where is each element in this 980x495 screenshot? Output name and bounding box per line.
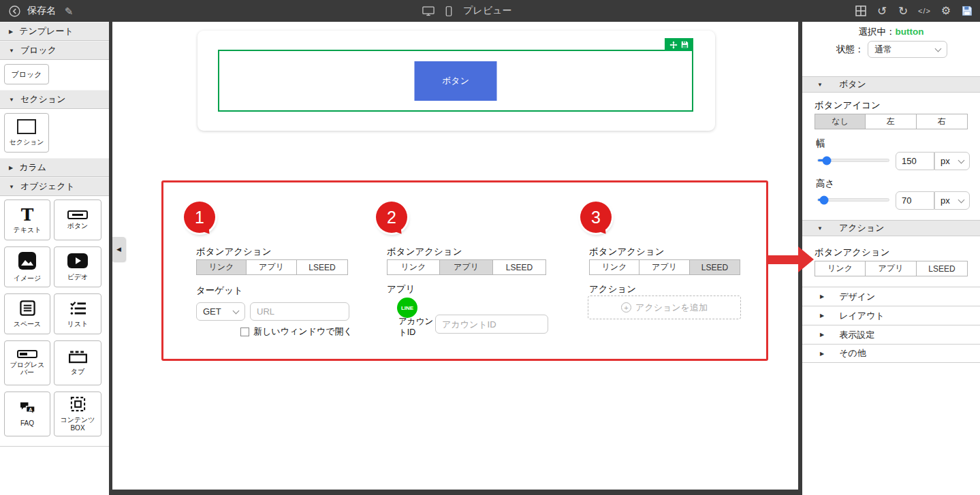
chevron-left-icon: ◀ xyxy=(116,246,121,253)
panel-section-design[interactable]: ▶ デザイン xyxy=(802,287,980,306)
chevron-right-icon: ▶ xyxy=(820,332,824,338)
state-label: 状態： xyxy=(836,44,864,56)
progress-bar-icon xyxy=(17,350,37,358)
option-right[interactable]: 右 xyxy=(917,114,968,129)
selection-outline[interactable]: ボタン xyxy=(218,50,693,112)
tab-app[interactable]: アプリ xyxy=(247,259,297,275)
text-icon: T xyxy=(21,206,34,223)
sidebar-collapse-handle[interactable]: ◀ xyxy=(112,237,125,261)
chevron-down-icon xyxy=(958,196,965,203)
edit-title-icon[interactable]: ✎ xyxy=(63,5,75,17)
url-input[interactable] xyxy=(250,302,349,321)
object-item-image[interactable]: イメージ xyxy=(4,246,50,287)
tab-lseed[interactable]: LSEED xyxy=(297,259,348,275)
sidebar-section-block[interactable]: ▼ ブロック xyxy=(0,41,109,60)
object-item-text[interactable]: T テキスト xyxy=(4,199,50,240)
height-label: 高さ xyxy=(816,178,834,190)
chevron-right-icon: ▶ xyxy=(820,351,824,357)
desktop-preview-icon[interactable] xyxy=(422,5,434,17)
panel-section-display[interactable]: ▶ 表示設定 xyxy=(802,325,980,344)
plus-circle-icon: + xyxy=(621,302,631,313)
chevron-down-icon: ▼ xyxy=(817,225,823,231)
tab-app[interactable]: アプリ xyxy=(866,261,917,276)
tab-app[interactable]: アプリ xyxy=(440,259,493,275)
new-window-checkbox[interactable] xyxy=(240,328,249,336)
object-item-button[interactable]: ボタン xyxy=(54,199,101,240)
sidebar-section-column[interactable]: ▶ カラム xyxy=(0,158,109,177)
canvas-button-element[interactable]: ボタン xyxy=(415,61,497,101)
layout-grid-icon[interactable] xyxy=(855,5,867,17)
state-select[interactable]: 通常 xyxy=(868,41,947,58)
section-item[interactable]: セクション xyxy=(4,113,49,153)
block-item[interactable]: ブロック xyxy=(4,64,49,84)
move-icon[interactable] xyxy=(669,41,678,49)
object-item-faq[interactable]: A FAQ xyxy=(4,392,50,436)
tab-link[interactable]: リンク xyxy=(196,259,247,275)
panel-section-button[interactable]: ▼ ボタン xyxy=(802,76,980,93)
tab-lseed[interactable]: LSEED xyxy=(917,261,968,276)
add-action-button[interactable]: + アクションを追加 xyxy=(588,296,741,319)
object-item-space[interactable]: スペース xyxy=(4,293,50,334)
object-item-video[interactable]: ビデオ xyxy=(54,246,101,287)
height-slider-thumb[interactable] xyxy=(820,195,829,204)
mobile-preview-icon[interactable] xyxy=(443,5,455,17)
method-select[interactable]: GET xyxy=(196,302,245,321)
option-none[interactable]: なし xyxy=(815,114,866,129)
sidebar-section-section[interactable]: ▼ セクション xyxy=(0,90,109,109)
undo-icon[interactable]: ↺ xyxy=(876,5,888,17)
object-item-progressbar[interactable]: プログレスバー xyxy=(4,340,50,385)
panel-section-action[interactable]: ▼ アクション xyxy=(802,220,980,236)
width-value-input[interactable]: 150 xyxy=(896,152,934,170)
left-sidebar: ▶ テンプレート ▼ ブロック ブロック ▼ セクション セクション ▶ カラム… xyxy=(0,22,109,495)
button-action-label-1: ボタンアクション xyxy=(196,246,272,258)
account-id-input[interactable] xyxy=(435,315,548,334)
object-item-tab[interactable]: タブ xyxy=(54,340,101,385)
tab-lseed[interactable]: LSEED xyxy=(493,259,546,275)
properties-panel: 選択中：button 状態： 通常 ▼ ボタン ボタンアイコン なし 左 右 幅… xyxy=(802,22,980,495)
settings-gear-icon[interactable]: ⚙ xyxy=(940,5,952,17)
redo-icon[interactable]: ↻ xyxy=(897,5,909,17)
app-label: アプリ xyxy=(387,283,415,296)
panel-button-action-label: ボタンアクション xyxy=(815,246,890,259)
code-icon[interactable]: </> xyxy=(918,7,931,15)
panel-section-layout[interactable]: ▶ レイアウト xyxy=(802,306,980,325)
chevron-down-icon: ▼ xyxy=(817,82,823,88)
back-icon[interactable] xyxy=(8,5,20,17)
width-unit-select[interactable]: px xyxy=(934,152,970,170)
svg-text:A: A xyxy=(29,406,32,412)
page-card[interactable]: ボタン xyxy=(197,31,715,131)
annotation-step-3-badge: 3 xyxy=(580,202,612,233)
object-item-contentbox[interactable]: コンテンツBOX xyxy=(54,392,101,436)
tab-link[interactable]: リンク xyxy=(815,261,866,276)
chevron-down-icon: ▼ xyxy=(9,48,14,54)
object-item-list[interactable]: リスト xyxy=(54,293,101,334)
preview-label[interactable]: プレビュー xyxy=(463,5,511,17)
list-icon xyxy=(69,300,86,318)
video-icon xyxy=(67,253,88,270)
action-section-label: アクション xyxy=(589,283,636,296)
height-unit-select[interactable]: px xyxy=(934,191,970,210)
new-window-checkbox-row: 新しいウィンドウで開く xyxy=(240,325,353,338)
image-icon xyxy=(18,252,36,272)
save-block-icon[interactable] xyxy=(681,41,689,48)
width-slider[interactable] xyxy=(817,159,889,162)
save-icon[interactable] xyxy=(961,5,973,17)
faq-icon: A xyxy=(19,401,36,417)
height-value-input[interactable]: 70 xyxy=(896,191,934,210)
content-box-icon xyxy=(70,396,86,414)
sidebar-section-object[interactable]: ▼ オブジェクト xyxy=(0,177,109,196)
panel-button-action-tabs: リンク アプリ LSEED xyxy=(815,261,968,276)
tab-lseed[interactable]: LSEED xyxy=(690,259,740,275)
canvas-background[interactable]: ボタン ◀ 1 ボタンアクション リンク アプリ LSEED ターゲット GET xyxy=(112,22,798,490)
button-icon-options: なし 左 右 xyxy=(815,114,968,129)
tab-link[interactable]: リンク xyxy=(387,259,440,275)
option-left[interactable]: 左 xyxy=(866,114,917,129)
line-app-icon[interactable]: LINE xyxy=(397,298,417,318)
tab-link[interactable]: リンク xyxy=(589,259,639,275)
height-slider[interactable] xyxy=(817,198,889,202)
panel-section-other[interactable]: ▶ その他 xyxy=(802,344,980,363)
sidebar-section-template[interactable]: ▶ テンプレート xyxy=(0,22,109,41)
chevron-down-icon: ▼ xyxy=(9,184,14,190)
width-slider-thumb[interactable] xyxy=(823,156,832,165)
tab-app[interactable]: アプリ xyxy=(639,259,690,275)
